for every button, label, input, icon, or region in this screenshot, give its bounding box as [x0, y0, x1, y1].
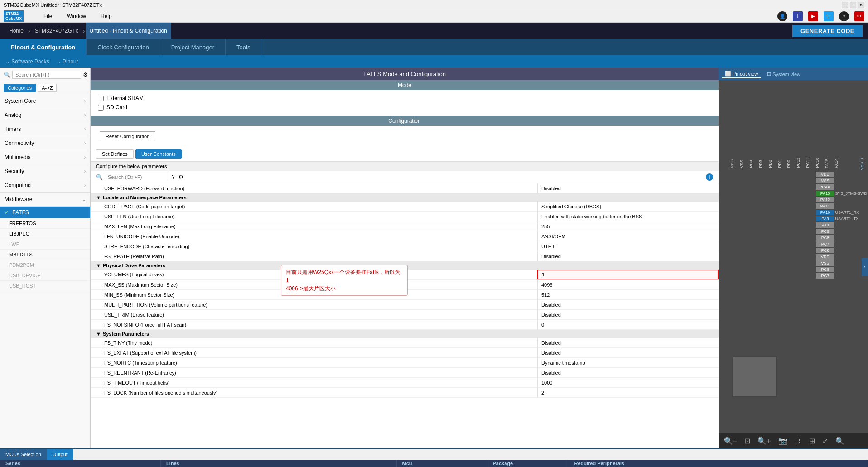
- external-sram-checkbox[interactable]: [98, 96, 104, 101]
- param-help-icon[interactable]: ?: [172, 174, 175, 180]
- view-tab-system[interactable]: ⊞ System view: [764, 70, 803, 78]
- tab-clock[interactable]: Clock Configuration: [87, 39, 160, 55]
- grid-btn[interactable]: ⊞: [807, 436, 817, 446]
- param-fs-timeout-value[interactable]: 1000: [537, 378, 719, 387]
- pin-vdd-right[interactable]: VDD: [816, 172, 834, 177]
- menu-window[interactable]: Window: [65, 12, 88, 20]
- param-lfn-unicode-value[interactable]: ANSI/OEM: [537, 231, 719, 241]
- pin-pa8-right[interactable]: PA8: [816, 222, 834, 228]
- sidebar-sub-usb-host[interactable]: USB_HOST: [0, 281, 90, 291]
- sidebar-sub-usb-device[interactable]: USB_DEVICE: [0, 270, 90, 281]
- param-code-page-value[interactable]: Simplified Chinese (DBCS): [537, 202, 719, 211]
- menu-help[interactable]: Help: [99, 12, 114, 20]
- print-btn[interactable]: 🖨: [793, 436, 804, 446]
- pin-pa13-right[interactable]: PA13: [816, 191, 834, 196]
- param-fs-lock-value[interactable]: 2: [537, 388, 719, 397]
- param-fs-tiny-value[interactable]: Disabled: [537, 338, 719, 347]
- pin-pd4[interactable]: PD4: [748, 159, 754, 169]
- pin-pd0[interactable]: PD0: [786, 159, 792, 169]
- pin-pc9-right[interactable]: PC9: [816, 229, 834, 234]
- pin-pc12[interactable]: PC12: [795, 157, 801, 169]
- param-use-forward-value[interactable]: Disabled: [537, 183, 719, 193]
- sidebar-item-computing[interactable]: Computing ›: [0, 178, 90, 193]
- fit-btn[interactable]: ⊡: [743, 436, 752, 446]
- close-btn[interactable]: ✕: [858, 2, 864, 8]
- param-fs-rpath-value[interactable]: Disabled: [537, 251, 719, 261]
- facebook-icon[interactable]: f: [793, 11, 803, 21]
- pin-pa15[interactable]: PA15: [824, 158, 830, 169]
- sidebar-item-system-core[interactable]: System Core ›: [0, 94, 90, 108]
- pin-pa9-right[interactable]: PA9: [816, 216, 834, 221]
- sidebar-item-security[interactable]: Security ›: [0, 164, 90, 178]
- pin-pd1[interactable]: PD1: [776, 159, 783, 169]
- sub-tab-pinout[interactable]: ⌄ Pinout: [57, 58, 78, 65]
- param-min-ss-value[interactable]: 512: [537, 290, 719, 299]
- bottom-tab-output[interactable]: Output: [47, 449, 73, 460]
- param-fs-reentrant-value[interactable]: Disabled: [537, 368, 719, 377]
- sidebar-tab-categories[interactable]: Categories: [4, 84, 36, 92]
- generate-code-button[interactable]: GENERATE CODE: [792, 25, 863, 37]
- sidebar-search-input[interactable]: [12, 71, 81, 79]
- sidebar-sub-pdm2pcm[interactable]: PDM2PCM: [0, 260, 90, 270]
- pin-pc10[interactable]: PC10: [814, 157, 820, 169]
- pin-pa11-right[interactable]: PA11: [816, 203, 834, 209]
- pin-pc8-right[interactable]: PC8: [816, 235, 834, 241]
- breadcrumb-home[interactable]: Home: [5, 23, 27, 39]
- pin-pg7-right[interactable]: PG7: [816, 273, 834, 279]
- sidebar-sub-libjpeg[interactable]: LIBJPEG: [0, 229, 90, 239]
- param-settings-icon[interactable]: ⚙: [178, 174, 183, 180]
- param-multi-partition-value[interactable]: Disabled: [537, 300, 719, 309]
- param-fs-exfat-value[interactable]: Disabled: [537, 348, 719, 357]
- param-use-trim-value[interactable]: Disabled: [537, 310, 719, 319]
- maximize-btn[interactable]: □: [850, 2, 856, 8]
- pin-pg8-right[interactable]: PG8: [816, 267, 834, 272]
- sidebar-item-connectivity[interactable]: Connectivity ›: [0, 136, 90, 150]
- minimize-btn[interactable]: ─: [842, 2, 848, 8]
- pin-pc7-right[interactable]: PC7: [816, 241, 834, 247]
- sidebar-tab-az[interactable]: A->Z: [38, 84, 57, 92]
- param-max-lfn-value[interactable]: 255: [537, 221, 719, 231]
- reset-config-button[interactable]: Reset Configuration: [100, 131, 155, 141]
- pin-pa12-right[interactable]: PA12: [816, 197, 834, 202]
- settings-icon[interactable]: ⚙: [83, 72, 88, 78]
- tab-tools[interactable]: Tools: [226, 39, 261, 55]
- pin-vss3-right[interactable]: VSS: [816, 260, 834, 266]
- param-volumes-value[interactable]: 1: [537, 270, 719, 279]
- config-tab-user-constants[interactable]: User Constants: [135, 149, 182, 159]
- sidebar-item-analog[interactable]: Analog ›: [0, 108, 90, 122]
- sidebar-sub-freertos[interactable]: FREERTOS: [0, 218, 90, 229]
- pin-vss-top[interactable]: VSS: [738, 159, 745, 169]
- param-group-system[interactable]: ▼ System Parameters: [91, 330, 719, 338]
- pin-vss-right[interactable]: VSS: [816, 178, 834, 183]
- st-icon[interactable]: ST: [854, 11, 864, 21]
- param-fs-nofsinfo-value[interactable]: 0: [537, 320, 719, 329]
- view-tab-pinout[interactable]: ⬜ Pinout view: [722, 70, 761, 78]
- sub-tab-software-packs[interactable]: ⌄ Software Packs: [5, 58, 49, 65]
- param-use-lfn-value[interactable]: Enabled with static working buffer on th…: [537, 212, 719, 221]
- param-fs-nortc-value[interactable]: Dynamic timestamp: [537, 358, 719, 367]
- sidebar-sub-mbedtls[interactable]: MBEDTLS: [0, 250, 90, 260]
- right-panel-collapse-btn[interactable]: ›: [862, 258, 868, 276]
- pin-pa10-right[interactable]: PA10: [816, 210, 834, 215]
- pin-vdd-top[interactable]: VDD: [729, 159, 735, 169]
- screenshot-btn[interactable]: 📷: [776, 436, 789, 446]
- pin-pa14[interactable]: PA14: [833, 158, 839, 169]
- pin-pc6-right[interactable]: PC6: [816, 248, 834, 253]
- param-max-ss-value[interactable]: 4096: [537, 280, 719, 289]
- param-strf-encode-value[interactable]: UTF-8: [537, 241, 719, 251]
- pin-pd2[interactable]: PD2: [767, 159, 773, 169]
- bottom-tab-mcus[interactable]: MCUs Selection: [0, 449, 47, 460]
- param-search-input[interactable]: [105, 173, 168, 181]
- breadcrumb-project[interactable]: Untitled - Pinout & Configuration: [86, 23, 170, 39]
- param-group-locale[interactable]: ▼ Locale and Namespace Parameters: [91, 193, 719, 202]
- pin-vdd2-right[interactable]: VDD: [816, 254, 834, 260]
- zoom-out-btn[interactable]: 🔍−: [722, 436, 739, 446]
- sidebar-item-multimedia[interactable]: Multimedia ›: [0, 150, 90, 164]
- pin-vcap-right[interactable]: VCAP.: [816, 184, 834, 190]
- sidebar-item-middleware[interactable]: Middleware ⌄: [0, 193, 90, 207]
- pin-pd3[interactable]: PD3: [757, 159, 764, 169]
- twitter-icon[interactable]: 🐦: [824, 11, 834, 21]
- expand-btn[interactable]: ⤢: [820, 436, 830, 446]
- sidebar-item-timers[interactable]: Timers ›: [0, 122, 90, 136]
- sidebar-sub-lwp[interactable]: LWP: [0, 239, 90, 250]
